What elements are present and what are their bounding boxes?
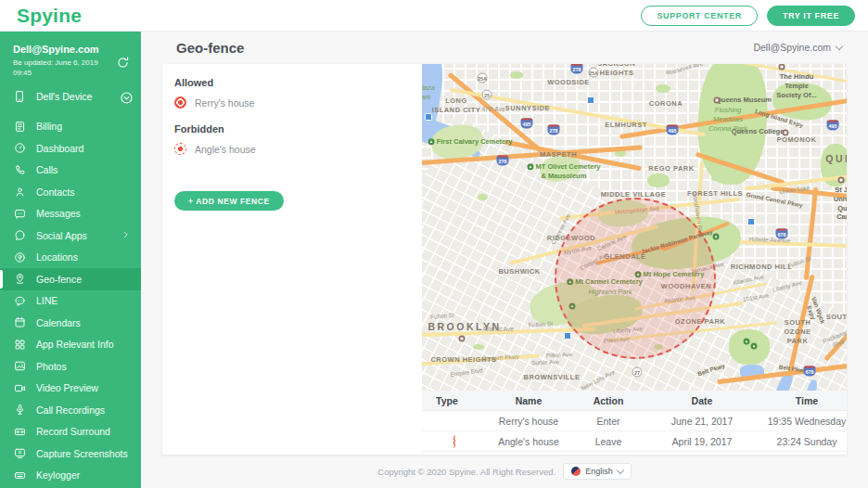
transit-station-icon bbox=[564, 332, 571, 340]
sidebar-item-label: Calendars bbox=[36, 317, 81, 328]
last-updated-text: Be updated: June 6, 2019 09:45 bbox=[13, 58, 102, 79]
recorder-icon bbox=[14, 426, 26, 438]
geofence-circle[interactable] bbox=[555, 198, 716, 359]
sidebar-item-billing[interactable]: Billing bbox=[0, 116, 141, 138]
route-shield: 27 bbox=[632, 367, 643, 378]
calls-icon bbox=[14, 164, 26, 176]
column-header-name: Name bbox=[478, 395, 580, 406]
photos-icon bbox=[14, 360, 26, 372]
sidebar-item-label: Capture Screenshots bbox=[36, 448, 128, 459]
map-label: REGO PARK bbox=[648, 164, 694, 173]
sidebar-item-contacts[interactable]: Contacts bbox=[0, 181, 141, 203]
chevron-down-icon bbox=[836, 42, 843, 49]
tree-icon bbox=[744, 339, 750, 345]
refresh-icon[interactable] bbox=[116, 56, 130, 70]
map-label: Grand Central Pkwy bbox=[746, 191, 803, 210]
sidebar-item-label: Call Recordings bbox=[36, 405, 105, 416]
interstate-shield: 495 bbox=[667, 125, 679, 135]
device-name: Dell's Device bbox=[36, 91, 92, 102]
interstate-shield: 495 bbox=[827, 121, 839, 131]
add-new-fence-button[interactable]: + ADD NEW FENCE bbox=[174, 191, 284, 211]
sidebar-item-keylogger[interactable]: Keylogger bbox=[0, 465, 141, 487]
sidebar-item-label: LINE bbox=[36, 295, 57, 306]
video-icon bbox=[14, 382, 26, 394]
language-label: English bbox=[585, 467, 613, 476]
column-header-action: Action bbox=[580, 395, 637, 406]
route-shield: 25 bbox=[482, 90, 492, 100]
support-center-button[interactable]: SUPPORT CENTER bbox=[641, 6, 757, 26]
social-apps-icon bbox=[14, 229, 26, 241]
chevron-down-circle-icon bbox=[120, 91, 134, 105]
sidebar-item-label: App Relevant Info bbox=[36, 339, 113, 350]
sidebar-item-call-recordings[interactable]: Call Recordings bbox=[0, 399, 141, 421]
allowed-label: Allowed bbox=[174, 77, 422, 88]
line-icon bbox=[14, 295, 26, 307]
device-selector[interactable]: Dell's Device bbox=[13, 90, 132, 103]
tree-icon bbox=[751, 343, 758, 350]
column-header-time: Time bbox=[767, 395, 847, 406]
footer: Copyright © 2020 Spyine. All Right Reser… bbox=[141, 455, 868, 488]
geofence-card: Allowed Rerry's house Forbidden Angle's … bbox=[162, 64, 847, 455]
sidebar-item-messages[interactable]: Messages bbox=[0, 203, 141, 225]
column-header-type: Type bbox=[422, 395, 478, 406]
keyboard-icon bbox=[14, 469, 26, 482]
sidebar-item-locations[interactable]: Locations bbox=[0, 247, 141, 269]
sidebar-item-label: Dashboard bbox=[36, 143, 83, 154]
table-header-row: TypeNameActionDateTime bbox=[422, 391, 847, 411]
route-shield: 25A bbox=[478, 73, 488, 83]
language-selector[interactable]: English bbox=[563, 463, 632, 480]
sidebar-item-label: Social Apps bbox=[36, 230, 87, 241]
content-header: Geo-fence Dell@Spyine.com bbox=[141, 32, 868, 63]
forbidden-fence-icon bbox=[453, 435, 455, 448]
sidebar: Dell@Spyine.com Be updated: June 6, 2019… bbox=[0, 32, 141, 488]
allowed-fence-icon bbox=[174, 96, 186, 109]
sidebar-item-label: Record Surround bbox=[36, 426, 110, 437]
app-window: Spyine SUPPORT CENTER TRY IT FREE Dell@S… bbox=[0, 0, 868, 488]
map[interactable]: LONG ISLAND CITYSUNNYSIDEWOODSIDEJACKSON… bbox=[422, 64, 847, 391]
fence-item-forbidden[interactable]: Angle's house bbox=[174, 143, 422, 155]
account-dropdown[interactable]: Dell@Spyine.com bbox=[753, 42, 842, 53]
geofence-icon bbox=[14, 273, 26, 285]
sidebar-item-app-relevant-info[interactable]: App Relevant Info bbox=[0, 334, 141, 356]
sidebar-item-social-apps[interactable]: Social Apps bbox=[0, 225, 141, 247]
sidebar-item-video-preview[interactable]: Video Preview bbox=[0, 378, 141, 400]
sidebar-item-geo-fence[interactable]: Geo-fence bbox=[0, 268, 141, 290]
interstate-shield: 278 bbox=[571, 64, 583, 74]
table-row: Rerry's houseEnterJune 21, 201719:35 Wed… bbox=[422, 411, 847, 431]
sidebar-menu: BillingDashboardCallsContactsMessagesSoc… bbox=[0, 116, 141, 488]
account-dropdown-label: Dell@Spyine.com bbox=[753, 42, 831, 53]
sidebar-item-record-surround[interactable]: Record Surround bbox=[0, 421, 141, 443]
try-it-free-button[interactable]: TRY IT FREE bbox=[767, 6, 855, 26]
calendar-icon bbox=[14, 316, 26, 328]
map-label: JACKSON HEIGHTS bbox=[598, 64, 635, 78]
chevron-right-icon bbox=[121, 229, 132, 240]
interstate-shield: 278 bbox=[497, 156, 509, 166]
transit-station-icon bbox=[747, 218, 755, 225]
map-label: WOODSIDE bbox=[547, 78, 590, 87]
account-email: Dell@Spyine.com bbox=[13, 44, 132, 55]
sidebar-item-line[interactable]: LINE bbox=[0, 290, 141, 313]
copyright-text: Copyright © 2020 Spyine. All Right Reser… bbox=[377, 467, 555, 477]
messages-icon bbox=[14, 208, 26, 220]
sidebar-item-calls[interactable]: Calls bbox=[0, 160, 141, 182]
map-label: St John's University Queens Campus bbox=[834, 186, 847, 222]
tree-icon bbox=[713, 234, 720, 240]
sidebar-item-dashboard[interactable]: Dashboard bbox=[0, 137, 141, 160]
museum-icon bbox=[714, 97, 721, 104]
map-label: CORONA bbox=[649, 99, 683, 109]
globe-icon bbox=[571, 467, 581, 476]
microphone-icon bbox=[14, 404, 26, 416]
top-bar: Spyine SUPPORT CENTER TRY IT FREE bbox=[0, 0, 868, 32]
sidebar-item-photos[interactable]: Photos bbox=[0, 355, 141, 378]
fence-item-allowed[interactable]: Rerry's house bbox=[174, 96, 422, 109]
map-label: POMONOK bbox=[776, 135, 816, 145]
dashboard-icon bbox=[14, 142, 26, 154]
sidebar-item-capture-screenshots[interactable]: Capture Screenshots bbox=[0, 443, 141, 465]
apps-grid-icon bbox=[14, 339, 26, 351]
sidebar-item-label: Video Preview bbox=[36, 382, 98, 393]
route-shield: 25A bbox=[589, 68, 599, 78]
sidebar-item-calendars[interactable]: Calendars bbox=[0, 312, 141, 334]
table-row: Angle's houseLeaveApril 19, 201723:24 Su… bbox=[422, 431, 847, 452]
interstate-shield: 495 bbox=[521, 119, 533, 129]
transit-station-icon bbox=[587, 96, 594, 104]
